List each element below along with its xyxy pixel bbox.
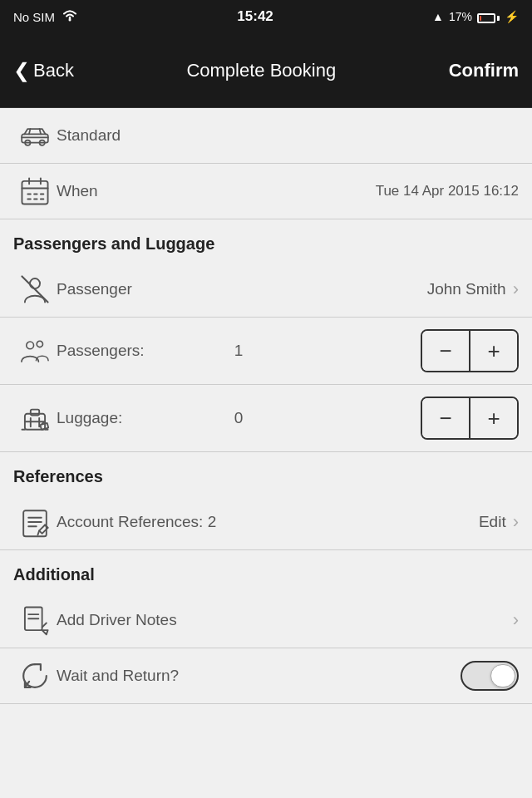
passengers-icon <box>13 335 57 367</box>
passenger-row[interactable]: Passenger John Smith › <box>0 262 532 318</box>
driver-notes-label: Add Driver Notes <box>57 611 506 629</box>
when-label: When <box>57 182 376 200</box>
svg-line-34 <box>37 530 39 534</box>
car-type-row: Standard <box>0 108 532 164</box>
wait-return-icon <box>13 660 57 692</box>
carrier-label: No SIM <box>13 10 55 24</box>
status-bar: No SIM 15:42 ▲ 17% ⚡ <box>0 0 532 33</box>
car-type-label: Standard <box>57 126 519 145</box>
content: Standard When Tue 14 Apr 2015 16:12 Pass… <box>0 108 532 704</box>
svg-point-0 <box>69 18 71 21</box>
svg-line-29 <box>42 422 44 424</box>
svg-line-5 <box>29 129 31 134</box>
when-value: Tue 14 Apr 2015 16:12 <box>376 183 519 200</box>
luggage-count-value: 0 <box>234 409 244 427</box>
wait-return-label: Wait and Return? <box>57 667 259 685</box>
account-references-chevron-icon: › <box>513 511 519 533</box>
svg-point-17 <box>30 278 40 288</box>
passengers-decrement-button[interactable]: − <box>422 331 469 371</box>
account-references-label: Account References: 2 <box>57 513 479 531</box>
luggage-increment-button[interactable]: + <box>470 398 517 438</box>
nav-bar: ❮ Back Complete Booking Confirm <box>0 33 532 108</box>
passengers-count-label: Passengers: <box>57 342 221 360</box>
passenger-value: John Smith <box>427 280 506 298</box>
svg-rect-7 <box>22 181 47 204</box>
back-button[interactable]: ❮ Back <box>13 59 74 82</box>
wifi-icon <box>62 9 78 25</box>
passenger-chevron-icon: › <box>513 278 519 300</box>
calendar-icon <box>13 175 57 207</box>
driver-notes-chevron-icon: › <box>513 609 519 631</box>
status-left: No SIM <box>13 9 78 25</box>
svg-point-19 <box>27 342 34 349</box>
driver-notes-icon <box>13 604 57 636</box>
luggage-stepper[interactable]: − + <box>421 397 519 440</box>
passengers-count-row: Passengers: 1 − + <box>0 318 532 385</box>
svg-line-6 <box>40 129 42 134</box>
back-label: Back <box>33 60 74 81</box>
account-references-edit: Edit <box>479 513 506 531</box>
luggage-label: Luggage: <box>57 409 221 427</box>
when-row: When Tue 14 Apr 2015 16:12 <box>0 164 532 219</box>
page-title: Complete Booking <box>186 60 336 81</box>
passengers-count-value: 1 <box>234 342 244 360</box>
references-icon <box>13 506 57 538</box>
passengers-increment-button[interactable]: + <box>470 331 517 371</box>
references-header: References <box>0 452 532 495</box>
battery-icon <box>477 10 500 23</box>
luggage-icon <box>13 402 57 434</box>
passenger-icon <box>13 273 57 305</box>
status-time: 15:42 <box>237 8 273 25</box>
status-right: ▲ 17% ⚡ <box>432 10 519 23</box>
back-chevron-icon: ❮ <box>13 59 30 82</box>
passenger-label: Passenger <box>57 280 427 298</box>
account-references-row[interactable]: Account References: 2 Edit › <box>0 495 532 550</box>
car-icon <box>13 120 57 151</box>
passengers-luggage-header: Passengers and Luggage <box>0 219 532 262</box>
driver-notes-row[interactable]: Add Driver Notes › <box>0 593 532 648</box>
luggage-row: Luggage: 0 − + <box>0 385 532 452</box>
toggle-knob <box>490 664 515 687</box>
luggage-decrement-button[interactable]: − <box>422 398 469 438</box>
battery-percent: 17% <box>449 10 472 23</box>
passengers-stepper[interactable]: − + <box>421 329 519 372</box>
svg-line-35 <box>45 525 47 527</box>
svg-point-20 <box>37 341 42 347</box>
location-icon: ▲ <box>432 10 444 23</box>
wait-return-toggle-container <box>461 661 519 691</box>
charging-icon: ⚡ <box>505 10 519 23</box>
additional-header: Additional <box>0 550 532 593</box>
wait-return-row: Wait and Return? <box>0 648 532 704</box>
confirm-button[interactable]: Confirm <box>449 60 519 81</box>
wait-return-toggle[interactable] <box>461 661 519 691</box>
